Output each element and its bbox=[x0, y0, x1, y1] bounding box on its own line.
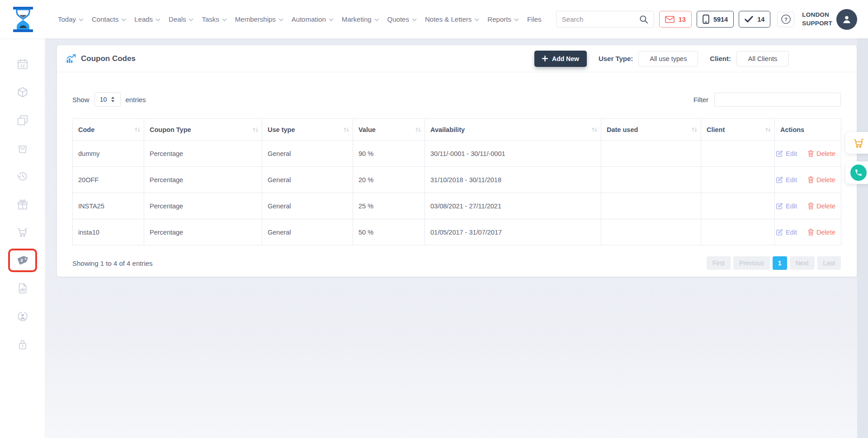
pagination-previous[interactable]: Previous bbox=[733, 256, 769, 270]
nav-item[interactable]: Leads bbox=[134, 15, 160, 23]
check-icon bbox=[745, 16, 753, 23]
edit-link[interactable]: Edit bbox=[776, 203, 797, 210]
sidebar-item-products[interactable] bbox=[0, 78, 45, 106]
chevron-down-icon bbox=[412, 18, 417, 22]
calls-badge[interactable]: 5914 bbox=[697, 11, 734, 28]
column-header[interactable]: Code bbox=[73, 119, 144, 141]
nav-item[interactable]: Notes & Letters bbox=[425, 15, 479, 23]
column-header[interactable]: Availability bbox=[425, 119, 601, 141]
cell-date-used bbox=[601, 167, 701, 193]
delete-link[interactable]: Delete bbox=[808, 176, 835, 184]
pagination-last[interactable]: Last bbox=[817, 256, 841, 270]
history-icon bbox=[17, 170, 28, 182]
nav-item[interactable]: Quotes bbox=[387, 15, 417, 23]
column-header[interactable]: Actions bbox=[775, 119, 841, 141]
trash-icon bbox=[808, 203, 814, 209]
pagination-first[interactable]: First bbox=[707, 256, 731, 270]
add-new-button[interactable]: Add New bbox=[534, 51, 587, 67]
delete-link[interactable]: Delete bbox=[808, 150, 835, 157]
client-select[interactable]: All Clients bbox=[736, 51, 789, 66]
cell-availability: 03/08/2021 - 27/11/2021 bbox=[425, 193, 601, 219]
user-type-label: User Type: bbox=[599, 55, 633, 62]
cell-value: 25 % bbox=[353, 193, 425, 219]
delete-label: Delete bbox=[816, 150, 835, 157]
nav-item[interactable]: Deals bbox=[169, 15, 193, 23]
page-title: Coupon Codes bbox=[81, 54, 136, 63]
sidebar-item-account[interactable] bbox=[0, 302, 45, 330]
table-header-row: Code Coupon Type bbox=[73, 119, 841, 141]
cell-use-type: General bbox=[262, 167, 353, 193]
add-new-label: Add New bbox=[552, 55, 579, 62]
delete-link[interactable]: Delete bbox=[808, 229, 835, 236]
nav-item[interactable]: Reports bbox=[487, 15, 519, 23]
sidebar-item-orders[interactable] bbox=[0, 134, 45, 162]
pagination-page-1[interactable]: 1 bbox=[773, 256, 787, 270]
nav-item[interactable]: Automation bbox=[292, 15, 334, 23]
column-header[interactable]: Date used bbox=[601, 119, 701, 141]
cell-use-type: General bbox=[262, 193, 353, 219]
search-box bbox=[556, 11, 654, 28]
page-size-select[interactable]: 10 bbox=[94, 92, 121, 107]
nav-item[interactable]: Files bbox=[527, 15, 542, 23]
cart-icon bbox=[17, 226, 28, 238]
user-type-select[interactable]: All use types bbox=[638, 51, 698, 66]
cell-use-type: General bbox=[262, 141, 353, 167]
column-header[interactable]: Client bbox=[701, 119, 775, 141]
floating-cart-button[interactable] bbox=[845, 132, 868, 154]
panel-header: Coupon Codes Add New User Type: All use … bbox=[57, 45, 857, 72]
cart-orange-icon bbox=[853, 137, 865, 149]
edit-link[interactable]: Edit bbox=[776, 176, 797, 184]
chevron-down-icon bbox=[514, 18, 519, 22]
scrollbar-track[interactable] bbox=[857, 38, 868, 438]
edit-icon bbox=[776, 229, 783, 235]
sidebar-item-security[interactable] bbox=[0, 330, 45, 358]
sidebar-item-coupons[interactable]: $ bbox=[0, 246, 45, 274]
user-name: LONDON SUPPORT bbox=[802, 11, 832, 27]
filter-input[interactable] bbox=[714, 93, 841, 107]
column-header[interactable]: Coupon Type bbox=[144, 119, 262, 141]
pagination-next[interactable]: Next bbox=[790, 256, 815, 270]
nav-item[interactable]: Contacts bbox=[92, 15, 126, 23]
plus-icon bbox=[542, 56, 548, 61]
panel-header-right: Add New User Type: All use types Client:… bbox=[534, 51, 857, 67]
nav-item[interactable]: Today bbox=[58, 15, 84, 23]
cell-coupon-type: Percentage bbox=[144, 219, 262, 245]
edit-link[interactable]: Edit bbox=[776, 229, 797, 236]
edit-link[interactable]: Edit bbox=[776, 150, 797, 157]
cell-value: 50 % bbox=[353, 219, 425, 245]
nav-item[interactable]: Tasks bbox=[202, 15, 226, 23]
sidebar-item-cart[interactable] bbox=[0, 218, 45, 246]
table-footer: Showing 1 to 4 of 4 entries First Previo… bbox=[72, 256, 841, 270]
sidebar-item-reports[interactable] bbox=[0, 274, 45, 302]
coupon-table: Code Coupon Type bbox=[72, 118, 841, 245]
column-header[interactable]: Use type bbox=[262, 119, 353, 141]
sidebar-item-gifts[interactable] bbox=[0, 190, 45, 218]
nav-item-label: Reports bbox=[487, 15, 511, 23]
nav-item-label: Today bbox=[58, 15, 76, 23]
filter-label: Filter bbox=[693, 96, 708, 104]
column-header[interactable]: Value bbox=[353, 119, 425, 141]
search-icon bbox=[639, 15, 648, 24]
delete-link[interactable]: Delete bbox=[808, 203, 835, 210]
topbar-right: 13 5914 14 ? LONDON SUPPORT bbox=[556, 9, 857, 30]
sidebar-item-calendar[interactable]: 12 bbox=[0, 50, 45, 78]
search-input[interactable] bbox=[557, 15, 634, 23]
trash-icon bbox=[808, 150, 814, 157]
cell-value: 90 % bbox=[353, 141, 425, 167]
help-button[interactable]: ? bbox=[777, 12, 794, 27]
calls-count: 5914 bbox=[713, 16, 728, 23]
app-logo[interactable] bbox=[13, 7, 33, 32]
avatar[interactable] bbox=[836, 9, 857, 30]
column-header-label: Code bbox=[78, 126, 94, 133]
messages-badge[interactable]: 13 bbox=[659, 11, 692, 28]
main-nav: Today Contacts Leads Deals bbox=[58, 15, 542, 23]
floating-call-button[interactable] bbox=[845, 161, 868, 184]
nav-item[interactable]: Marketing bbox=[342, 15, 379, 23]
nav-item[interactable]: Memberships bbox=[235, 15, 283, 23]
column-header-label: Availability bbox=[430, 126, 465, 133]
tasks-badge[interactable]: 14 bbox=[739, 11, 770, 28]
search-button[interactable] bbox=[634, 11, 654, 27]
sidebar-item-copy[interactable] bbox=[0, 106, 45, 134]
sidebar-item-history[interactable] bbox=[0, 162, 45, 190]
edit-label: Edit bbox=[786, 150, 797, 157]
